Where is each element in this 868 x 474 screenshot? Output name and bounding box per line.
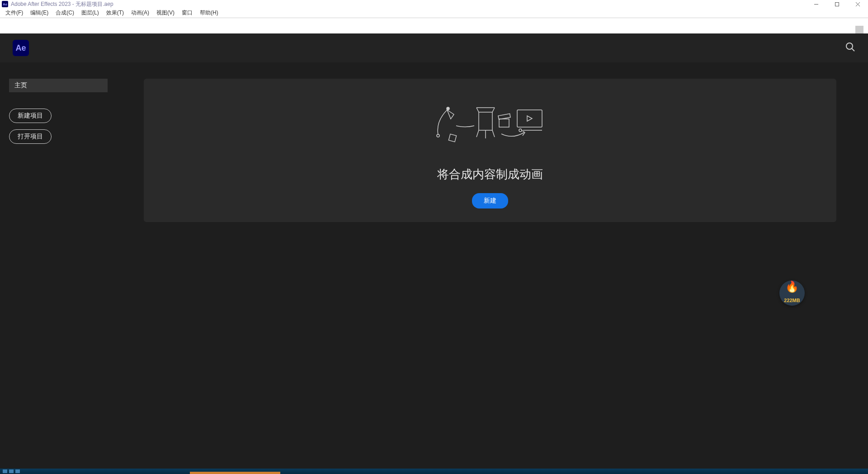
app-icon: Ae: [2, 1, 8, 7]
menu-composition[interactable]: 合成(C): [52, 9, 78, 17]
toolbar-spacer: [0, 18, 868, 33]
svg-rect-18: [517, 110, 542, 127]
home-tab[interactable]: 主页: [9, 79, 108, 92]
new-composition-button[interactable]: 新建: [472, 193, 508, 209]
app-header: Ae: [0, 33, 868, 62]
task-icon[interactable]: [3, 469, 7, 473]
taskbar-left: [0, 469, 20, 473]
ae-logo: Ae: [13, 40, 29, 56]
svg-line-5: [852, 49, 855, 52]
menu-edit[interactable]: 编辑(E): [27, 9, 52, 17]
menu-file[interactable]: 文件(F): [2, 9, 27, 17]
window-controls: [806, 0, 868, 8]
menu-view[interactable]: 视图(V): [153, 9, 178, 17]
main-panel: 将合成内容制成动画 新建: [144, 79, 868, 474]
open-project-button[interactable]: 打开项目: [9, 129, 52, 144]
taskbar[interactable]: [0, 469, 868, 474]
content-area: 主页 新建项目 打开项目: [0, 62, 868, 474]
svg-rect-17: [498, 114, 510, 119]
menu-layer[interactable]: 图层(L): [78, 9, 103, 17]
svg-marker-19: [527, 116, 532, 121]
task-icon[interactable]: [15, 469, 20, 473]
minimize-button[interactable]: [806, 0, 826, 8]
sidebar: 主页 新建项目 打开项目: [0, 79, 144, 474]
svg-line-11: [492, 108, 495, 112]
maximize-button[interactable]: [826, 0, 847, 8]
svg-rect-15: [448, 134, 456, 142]
panel-tab[interactable]: [855, 26, 863, 33]
memory-widget[interactable]: 🔥 222MB: [779, 280, 805, 306]
svg-line-10: [476, 108, 479, 112]
new-project-button[interactable]: 新建项目: [9, 109, 52, 123]
taskbar-active-app[interactable]: [190, 472, 280, 474]
welcome-card: 将合成内容制成动画 新建: [144, 79, 836, 222]
sidebar-buttons: 新建项目 打开项目: [9, 109, 144, 144]
menu-help[interactable]: 帮助(H): [196, 9, 222, 17]
search-icon[interactable]: [845, 42, 855, 54]
menu-animation[interactable]: 动画(A): [127, 9, 153, 17]
svg-point-20: [519, 129, 522, 132]
svg-rect-8: [479, 112, 492, 130]
titlebar: Ae Adobe After Effects 2023 - 无标题项目.aep: [0, 0, 868, 8]
svg-point-4: [846, 43, 853, 49]
menu-effect[interactable]: 效果(T): [103, 9, 127, 17]
close-button[interactable]: [847, 0, 868, 8]
svg-rect-1: [835, 2, 839, 6]
svg-rect-16: [499, 119, 509, 127]
task-icon[interactable]: [9, 469, 14, 473]
svg-line-13: [492, 130, 495, 137]
titlebar-text: Adobe After Effects 2023 - 无标题项目.aep: [11, 0, 113, 8]
welcome-heading: 将合成内容制成动画: [437, 166, 543, 182]
svg-line-12: [476, 130, 479, 137]
welcome-illustration-icon: [434, 103, 547, 150]
menubar: 文件(F) 编辑(E) 合成(C) 图层(L) 效果(T) 动画(A) 视图(V…: [0, 8, 868, 18]
menu-window[interactable]: 窗口: [178, 9, 196, 17]
